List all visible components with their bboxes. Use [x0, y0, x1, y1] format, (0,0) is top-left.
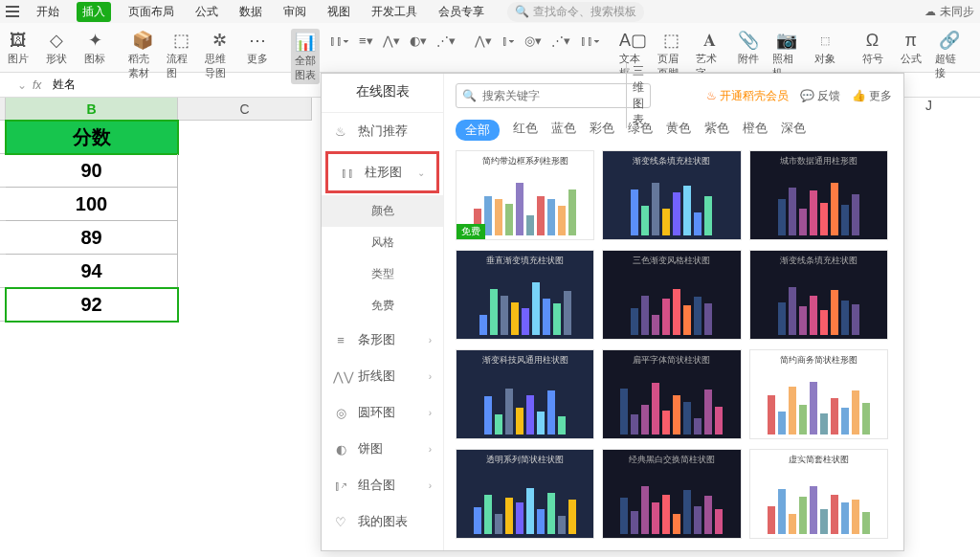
tab-start[interactable]: 开始 — [33, 2, 63, 22]
cell-value[interactable]: 94 — [6, 255, 178, 288]
more-link[interactable]: 👍更多 — [852, 88, 892, 104]
dropdown-icon[interactable]: ⌄ — [17, 78, 27, 92]
tab-insert[interactable]: 插入 — [77, 2, 111, 22]
chart-thumb[interactable]: 渐变线条填充柱状图 — [749, 250, 888, 340]
cell-header[interactable]: 分数 — [6, 121, 178, 154]
chart-thumb[interactable]: 城市数据通用柱形图 — [749, 150, 888, 240]
formula-value: 姓名 — [53, 77, 76, 93]
fire-icon: ♨ — [706, 89, 717, 102]
filter-dark[interactable]: 深色 — [781, 120, 806, 141]
ring-icon: ◎ — [333, 406, 348, 420]
filter-purple[interactable]: 紫色 — [704, 120, 729, 141]
tab-devtools[interactable]: 开发工具 — [368, 2, 421, 22]
feedback-link[interactable]: 💬反馈 — [800, 88, 840, 104]
sync-status[interactable]: ☁ 未同步 — [924, 4, 974, 20]
mini-chart-icons[interactable]: ⫿⫿▾≡▾⋀▾◐▾⋰▾ — [329, 29, 456, 52]
tab-review[interactable]: 审阅 — [279, 2, 310, 22]
cat-line[interactable]: ⋀⋁ 折线图 › — [322, 358, 443, 394]
thumb-bars — [760, 468, 877, 534]
filter-blue[interactable]: 蓝色 — [551, 120, 576, 141]
tab-layout[interactable]: 页面布局 — [124, 2, 178, 22]
tab-formula[interactable]: 公式 — [191, 2, 222, 22]
filter-colorful[interactable]: 彩色 — [590, 120, 614, 141]
ribbon: 🖼图片 ◇形状 ✦图标 📦稻壳素材 ⬚流程图 ✲思维导图 ⋯更多 📊全部图表 ⫿… — [0, 23, 980, 73]
cat-hbar[interactable]: ≡ 条形图 › — [322, 322, 443, 358]
rb-allcharts[interactable]: 📊全部图表 — [291, 29, 320, 84]
chart-search-input[interactable] — [482, 89, 626, 102]
rb-mindmap[interactable]: ✲思维导图 — [205, 29, 234, 80]
rb-docer[interactable]: 📦稻壳素材 — [128, 29, 157, 80]
chart-category-sidebar: 在线图表 ♨ 热门推荐 ⫿⫿ 柱形图 ⌄ 颜色 风格 类型 免费 ≡ 条形图 ›… — [322, 74, 444, 550]
chart-thumb[interactable]: 经典黑白交换简柱状图 — [602, 449, 741, 539]
col-header-B[interactable]: B — [6, 98, 178, 121]
sub-free[interactable]: 免费 — [322, 290, 443, 322]
chart-thumb[interactable]: 渐变线条填充柱状图 — [602, 150, 741, 240]
bar-icon: ⫿⫿ — [340, 166, 355, 180]
cell-value[interactable]: 92 — [6, 288, 178, 322]
rb-hyperlink[interactable]: 🔗超链接 — [935, 29, 964, 80]
command-search[interactable]: 🔍 查找命令、搜索模板 — [507, 2, 644, 22]
rb-shape[interactable]: ◇形状 — [42, 29, 71, 66]
xy-icon: ⋰▾ — [436, 33, 456, 48]
chart-thumb[interactable]: 简约带边框系列柱形图免费 — [456, 150, 594, 240]
chart-search[interactable]: 🔍 三维图表 — [456, 83, 651, 108]
filter-red[interactable]: 红色 — [513, 120, 538, 141]
chart-thumb[interactable]: 扁平字体简状柱状图 — [602, 349, 741, 439]
chevron-right-icon: › — [429, 335, 432, 345]
rb-object[interactable]: ⬚对象 — [811, 29, 839, 66]
thumb-bars — [613, 368, 730, 434]
cat-combo[interactable]: ⫿↗ 组合图 › — [322, 467, 443, 503]
cell-value[interactable]: 90 — [6, 154, 178, 188]
chat-icon: 💬 — [800, 89, 814, 102]
cell-value[interactable]: 89 — [6, 221, 178, 255]
thumb-bars — [467, 468, 584, 534]
thumb-title: 城市数据通用柱形图 — [780, 155, 858, 167]
sub-type[interactable]: 类型 — [322, 258, 443, 290]
hamburger-icon[interactable] — [6, 6, 19, 17]
cat-mycharts[interactable]: ♡ 我的图表 — [322, 503, 443, 540]
vip-link[interactable]: ♨开通稻壳会员 — [706, 88, 789, 104]
tab-vip[interactable]: 会员专享 — [434, 2, 488, 22]
chart-thumb[interactable]: 简约商务简状柱形图 — [749, 349, 888, 439]
rb-icon[interactable]: ✦图标 — [80, 29, 109, 66]
chart-thumb[interactable]: 三色渐变风格柱状图 — [602, 250, 741, 340]
rb-more[interactable]: ⋯更多 — [243, 29, 272, 66]
cell-value[interactable]: 100 — [6, 188, 178, 221]
sub-color[interactable]: 颜色 — [322, 195, 443, 227]
filter-all[interactable]: 全部 — [456, 120, 500, 141]
col-header-J[interactable]: J — [925, 98, 932, 113]
tab-view[interactable]: 视图 — [323, 2, 354, 22]
tab-data[interactable]: 数据 — [235, 2, 266, 22]
filter-orange[interactable]: 橙色 — [743, 120, 768, 141]
bar-icon: ⫿⫿▾ — [329, 33, 349, 48]
fire-icon: ♨ — [333, 124, 348, 139]
chart-thumb[interactable]: 渐变科技风通用柱状图 — [456, 349, 594, 439]
cat-pie[interactable]: ◐ 饼图 › — [322, 431, 443, 467]
fx-label[interactable]: fx — [33, 78, 41, 92]
pie-icon: ◐ — [333, 442, 348, 457]
rb-symbol[interactable]: Ω符号 — [858, 29, 887, 66]
chart-thumb[interactable]: 虚实简套柱状图 — [749, 449, 888, 539]
mini-chart-icons2[interactable]: ⋀▾⫿▾◎▾⋰▾⫿⫿▾ — [475, 29, 600, 52]
rb-flowchart[interactable]: ⬚流程图 — [167, 29, 195, 80]
filter-green[interactable]: 绿色 — [628, 120, 653, 141]
sub-style[interactable]: 风格 — [322, 227, 443, 258]
bar-sublist: 颜色 风格 类型 免费 — [322, 195, 443, 322]
rb-picture[interactable]: 🖼图片 — [4, 29, 33, 66]
rb-equation[interactable]: π公式 — [897, 29, 925, 66]
rb-attachment[interactable]: 📎附件 — [734, 29, 763, 66]
cat-ring[interactable]: ◎ 圆环图 › — [322, 394, 443, 431]
search-tag[interactable]: 三维图表 — [626, 63, 650, 128]
col-header-C[interactable]: C — [178, 98, 312, 121]
cat-bar[interactable]: ⫿⫿ 柱形图 ⌄ — [325, 151, 439, 193]
chevron-right-icon: › — [429, 371, 432, 382]
cat-hot[interactable]: ♨ 热门推荐 — [322, 113, 443, 149]
thumb-bars — [467, 269, 584, 335]
thumb-bars — [467, 368, 584, 434]
filter-yellow[interactable]: 黄色 — [666, 120, 691, 141]
chevron-right-icon: › — [429, 408, 432, 418]
thumb-title: 三色渐变风格柱状图 — [633, 255, 710, 267]
chart-thumb[interactable]: 透明系列简状柱状图 — [456, 449, 594, 539]
thumb-title: 渐变线条填充柱状图 — [780, 255, 858, 267]
chart-thumb[interactable]: 垂直渐变填充柱状图 — [456, 250, 594, 340]
